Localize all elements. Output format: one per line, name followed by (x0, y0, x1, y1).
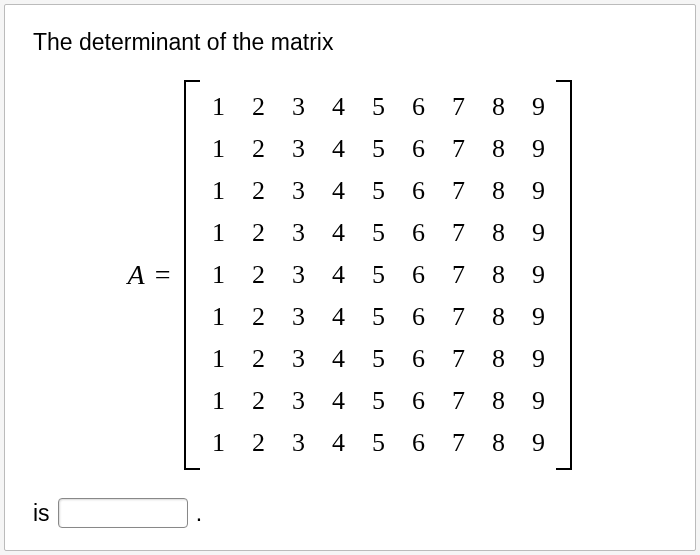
matrix-cell: 5 (358, 296, 398, 338)
question-panel: The determinant of the matrix A = 123456… (4, 4, 696, 551)
matrix-cell: 9 (518, 380, 558, 422)
matrix-cell: 1 (198, 380, 238, 422)
matrix-cell: 2 (238, 338, 278, 380)
matrix-variable: A (128, 259, 145, 291)
matrix-cell: 7 (438, 296, 478, 338)
matrix-cell: 9 (518, 86, 558, 128)
matrix-cell: 6 (398, 338, 438, 380)
matrix-cell: 6 (398, 254, 438, 296)
matrix-grid: 1234567891234567891234567891234567891234… (198, 86, 558, 464)
matrix-cell: 3 (278, 212, 318, 254)
equals-sign: = (155, 259, 171, 291)
matrix-cell: 9 (518, 170, 558, 212)
matrix-cell: 8 (478, 86, 518, 128)
question-intro: The determinant of the matrix (33, 29, 667, 56)
matrix-cell: 2 (238, 422, 278, 464)
matrix-cell: 4 (318, 338, 358, 380)
matrix-cell: 7 (438, 380, 478, 422)
matrix-cell: 9 (518, 128, 558, 170)
matrix-cell: 6 (398, 380, 438, 422)
matrix-cell: 6 (398, 422, 438, 464)
answer-input[interactable] (58, 498, 188, 528)
matrix-cell: 1 (198, 296, 238, 338)
matrix-cell: 8 (478, 380, 518, 422)
matrix-cell: 6 (398, 86, 438, 128)
matrix-cell: 3 (278, 380, 318, 422)
matrix-cell: 4 (318, 254, 358, 296)
matrix-cell: 1 (198, 338, 238, 380)
matrix-cell: 3 (278, 254, 318, 296)
matrix-cell: 2 (238, 128, 278, 170)
matrix-cell: 3 (278, 86, 318, 128)
matrix-cell: 2 (238, 170, 278, 212)
matrix-cell: 5 (358, 128, 398, 170)
matrix-cell: 8 (478, 338, 518, 380)
matrix-cell: 7 (438, 86, 478, 128)
matrix-cell: 5 (358, 170, 398, 212)
matrix-cell: 1 (198, 422, 238, 464)
matrix-cell: 5 (358, 254, 398, 296)
matrix-cell: 8 (478, 170, 518, 212)
is-text: is (33, 500, 50, 527)
matrix-cell: 5 (358, 86, 398, 128)
matrix-cell: 4 (318, 212, 358, 254)
matrix-cell: 9 (518, 338, 558, 380)
matrix-cell: 6 (398, 212, 438, 254)
matrix-cell: 3 (278, 170, 318, 212)
matrix-cell: 4 (318, 170, 358, 212)
matrix-cell: 7 (438, 128, 478, 170)
matrix-cell: 5 (358, 212, 398, 254)
period: . (196, 500, 202, 527)
matrix-cell: 4 (318, 128, 358, 170)
matrix-cell: 1 (198, 254, 238, 296)
matrix-equation: A = 123456789123456789123456789123456789… (33, 80, 667, 470)
matrix-cell: 9 (518, 212, 558, 254)
matrix-cell: 6 (398, 128, 438, 170)
matrix-cell: 2 (238, 380, 278, 422)
matrix-cell: 1 (198, 170, 238, 212)
matrix-cell: 6 (398, 170, 438, 212)
matrix-cell: 3 (278, 338, 318, 380)
matrix-cell: 7 (438, 170, 478, 212)
matrix-cell: 1 (198, 212, 238, 254)
matrix-cell: 8 (478, 128, 518, 170)
matrix-cell: 7 (438, 254, 478, 296)
matrix-cell: 8 (478, 254, 518, 296)
matrix-cell: 5 (358, 380, 398, 422)
matrix-cell: 4 (318, 86, 358, 128)
answer-line: is . (33, 498, 667, 528)
matrix-cell: 4 (318, 422, 358, 464)
matrix-cell: 2 (238, 254, 278, 296)
matrix-cell: 2 (238, 212, 278, 254)
matrix-cell: 8 (478, 296, 518, 338)
matrix-cell: 9 (518, 254, 558, 296)
matrix-cell: 7 (438, 422, 478, 464)
matrix-cell: 3 (278, 422, 318, 464)
matrix-cell: 2 (238, 86, 278, 128)
matrix-cell: 9 (518, 296, 558, 338)
matrix-cell: 4 (318, 380, 358, 422)
matrix-cell: 8 (478, 212, 518, 254)
matrix-cell: 1 (198, 86, 238, 128)
matrix-cell: 9 (518, 422, 558, 464)
matrix-cell: 7 (438, 212, 478, 254)
matrix-cell: 1 (198, 128, 238, 170)
matrix-cell: 3 (278, 296, 318, 338)
matrix-cell: 3 (278, 128, 318, 170)
matrix-cell: 4 (318, 296, 358, 338)
matrix-cell: 5 (358, 338, 398, 380)
matrix-cell: 2 (238, 296, 278, 338)
matrix-cell: 7 (438, 338, 478, 380)
matrix-cell: 6 (398, 296, 438, 338)
matrix-brackets: 1234567891234567891234567891234567891234… (184, 80, 572, 470)
matrix-cell: 8 (478, 422, 518, 464)
matrix-cell: 5 (358, 422, 398, 464)
